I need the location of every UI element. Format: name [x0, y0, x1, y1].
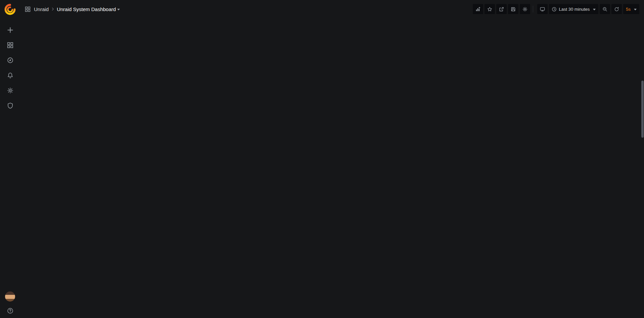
alerting-icon[interactable] [7, 72, 13, 79]
explore-icon[interactable] [7, 57, 13, 63]
grafana-logo[interactable] [4, 3, 16, 15]
share-button[interactable] [496, 4, 507, 14]
configuration-icon[interactable] [7, 87, 13, 94]
navbar: Unraid Unraid System Dashboard Last 30 m… [20, 0, 644, 18]
chevron-right-icon [51, 7, 55, 11]
chevron-down-icon [634, 9, 637, 12]
dashboards-icon[interactable] [7, 42, 13, 48]
star-button[interactable] [485, 4, 495, 14]
breadcrumb-org[interactable]: Unraid [34, 6, 49, 12]
create-icon[interactable] [7, 27, 13, 33]
refresh-button[interactable] [611, 4, 622, 14]
chevron-down-icon[interactable] [117, 9, 120, 12]
divider [533, 6, 533, 12]
chevron-down-icon [593, 9, 596, 12]
sidebar [0, 0, 20, 318]
scrollbar[interactable] [641, 81, 644, 138]
save-button[interactable] [508, 4, 518, 14]
server-admin-icon[interactable] [7, 102, 13, 109]
grafana-app: Unraid Unraid System Dashboard Last 30 m… [0, 0, 644, 318]
refresh-interval-picker[interactable]: 5s [623, 4, 639, 14]
dashboard-canvas: kWh Price0.65 Currencykr UPS Max Output … [20, 18, 31, 20]
avatar[interactable] [5, 291, 15, 302]
dashboard-title[interactable]: Unraid System Dashboard [57, 6, 116, 12]
help-icon[interactable] [7, 308, 13, 314]
dashboard-settings-button[interactable] [520, 4, 530, 14]
cycle-view-button[interactable] [537, 4, 548, 14]
zoom-out-button[interactable] [600, 4, 610, 14]
time-range-picker[interactable]: Last 30 minutes [549, 4, 598, 14]
dashboard-icon [25, 6, 31, 12]
add-panel-button[interactable] [473, 4, 483, 14]
